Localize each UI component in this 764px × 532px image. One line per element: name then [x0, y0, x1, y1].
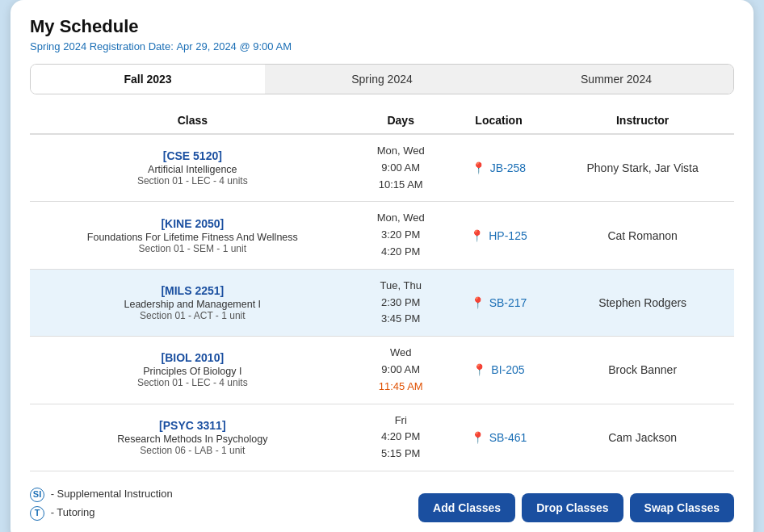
legend: SI - Supplemental Instruction T - Tutori…: [30, 484, 173, 522]
swap-classes-button[interactable]: Swap Classes: [630, 493, 734, 522]
registration-label: Spring 2024 Registration Date:: [30, 40, 174, 52]
col-location: Location: [447, 107, 551, 134]
class-cell: [KINE 2050] Foundations For Lifetime Fit…: [30, 202, 355, 269]
schedule-table: Class Days Location Instructor [CSE 5120…: [30, 107, 734, 471]
class-code: [PSYC 3311]: [38, 419, 347, 432]
time2: 5:15 PM: [381, 447, 420, 459]
class-code: [KINE 2050]: [38, 217, 347, 230]
days-time: Mon, Wed 9:00 AM 10:15 AM: [363, 143, 439, 193]
location: SB-217: [489, 296, 527, 309]
instructor-cell: Stephen Rodgers: [551, 269, 734, 336]
class-section: Section 01 - LEC - 4 units: [38, 175, 347, 186]
class-name: Leadership and Management I: [38, 299, 347, 310]
class-cell: [PSYC 3311] Research Methods In Psycholo…: [30, 404, 355, 471]
class-name: Foundations For Lifetime Fitness And Wel…: [38, 232, 347, 243]
time2: 11:45 AM: [379, 380, 423, 392]
days: Mon, Wed: [377, 145, 425, 157]
tab-fall2023[interactable]: Fall 2023: [31, 65, 265, 94]
time2: 3:45 PM: [381, 312, 420, 325]
location: SB-461: [489, 431, 527, 444]
time1: 2:30 PM: [381, 296, 420, 308]
class-name: Research Methods In Psychology: [38, 434, 347, 445]
class-cell: [MILS 2251] Leadership and Management I …: [30, 269, 355, 336]
class-cell: [BIOL 2010] Principles Of Biology I Sect…: [30, 337, 355, 404]
t-text: - Tutoring: [51, 506, 95, 518]
drop-classes-button[interactable]: Drop Classes: [522, 493, 623, 522]
class-cell: [CSE 5120] Artificial Intelligence Secti…: [30, 134, 355, 202]
col-class: Class: [30, 107, 355, 134]
class-name: Artificial Intelligence: [38, 164, 347, 175]
location-cell: 📍 HP-125: [447, 202, 551, 269]
tab-spring2024[interactable]: Spring 2024: [265, 65, 499, 94]
col-days: Days: [355, 107, 447, 134]
days: Fri: [395, 414, 407, 426]
footer: SI - Supplemental Instruction T - Tutori…: [30, 484, 734, 522]
instructor-cell: Brock Banner: [551, 337, 734, 404]
table-row: [MILS 2251] Leadership and Management I …: [30, 269, 734, 336]
days-cell: Tue, Thu 2:30 PM 3:45 PM: [355, 269, 447, 336]
class-code: [CSE 5120]: [38, 149, 347, 162]
table-row: [BIOL 2010] Principles Of Biology I Sect…: [30, 337, 734, 404]
days: Mon, Wed: [377, 212, 425, 224]
days-cell: Wed 9:00 AM 11:45 AM: [355, 337, 447, 404]
legend-si: SI - Supplemental Instruction: [30, 484, 173, 503]
days: Wed: [390, 346, 412, 358]
location-cell: 📍 SB-217: [447, 269, 551, 336]
days-cell: Fri 4:20 PM 5:15 PM: [355, 404, 447, 471]
legend-t: T - Tutoring: [30, 503, 173, 522]
instructor-cell: Cam Jackson: [551, 404, 734, 471]
days-cell: Mon, Wed 9:00 AM 10:15 AM: [355, 134, 447, 202]
table-row: [PSYC 3311] Research Methods In Psycholo…: [30, 404, 734, 471]
class-section: Section 01 - SEM - 1 unit: [38, 243, 347, 254]
days-time: Mon, Wed 3:20 PM 4:20 PM: [363, 210, 439, 260]
time1: 3:20 PM: [381, 228, 420, 241]
class-section: Section 06 - LAB - 1 unit: [38, 445, 347, 456]
si-text: - Supplemental Instruction: [51, 488, 173, 500]
location-icon: 📍: [472, 161, 485, 174]
class-code: [MILS 2251]: [38, 284, 347, 297]
days-cell: Mon, Wed 3:20 PM 4:20 PM: [355, 202, 447, 269]
time2: 4:20 PM: [381, 245, 420, 258]
registration-info: Spring 2024 Registration Date: Apr 29, 2…: [30, 40, 734, 52]
location: JB-258: [490, 161, 526, 174]
class-section: Section 01 - ACT - 1 unit: [38, 310, 347, 321]
location-cell: 📍 JB-258: [447, 134, 551, 202]
location-icon: 📍: [471, 431, 485, 444]
time2: 10:15 AM: [379, 178, 423, 191]
registration-date: Apr 29, 2024 @ 9:00 AM: [176, 40, 292, 52]
si-badge: SI: [30, 488, 44, 502]
instructor-cell: Cat Romanon: [551, 202, 734, 269]
table-row: [CSE 5120] Artificial Intelligence Secti…: [30, 134, 734, 202]
tab-summer2024[interactable]: Summer 2024: [499, 65, 733, 94]
location-cell: 📍 SB-461: [447, 404, 551, 471]
page-title: My Schedule: [30, 16, 734, 37]
col-instructor: Instructor: [551, 107, 734, 134]
time1: 9:00 AM: [381, 161, 420, 174]
location-icon: 📍: [470, 229, 484, 242]
location-icon: 📍: [472, 363, 486, 376]
add-classes-button[interactable]: Add Classes: [418, 493, 515, 522]
time1: 9:00 AM: [381, 363, 420, 375]
location-cell: 📍 BI-205: [447, 337, 551, 404]
table-row: [KINE 2050] Foundations For Lifetime Fit…: [30, 202, 734, 269]
days-time: Wed 9:00 AM 11:45 AM: [363, 345, 439, 395]
class-section: Section 01 - LEC - 4 units: [38, 377, 347, 388]
days-time: Fri 4:20 PM 5:15 PM: [363, 413, 439, 463]
days: Tue, Thu: [380, 279, 422, 291]
instructor-cell: Phony Stark, Jar Vista: [551, 134, 734, 202]
location: HP-125: [489, 229, 527, 242]
time1: 4:20 PM: [381, 430, 420, 442]
days-time: Tue, Thu 2:30 PM 3:45 PM: [363, 278, 439, 328]
action-buttons: Add Classes Drop Classes Swap Classes: [418, 493, 734, 522]
location-icon: 📍: [471, 296, 485, 309]
class-name: Principles Of Biology I: [38, 366, 347, 377]
semester-tabs: Fall 2023 Spring 2024 Summer 2024: [30, 64, 734, 94]
location: BI-205: [491, 363, 524, 376]
t-badge: T: [30, 506, 44, 521]
class-code: [BIOL 2010]: [38, 351, 347, 364]
schedule-card: My Schedule Spring 2024 Registration Dat…: [10, 0, 754, 532]
